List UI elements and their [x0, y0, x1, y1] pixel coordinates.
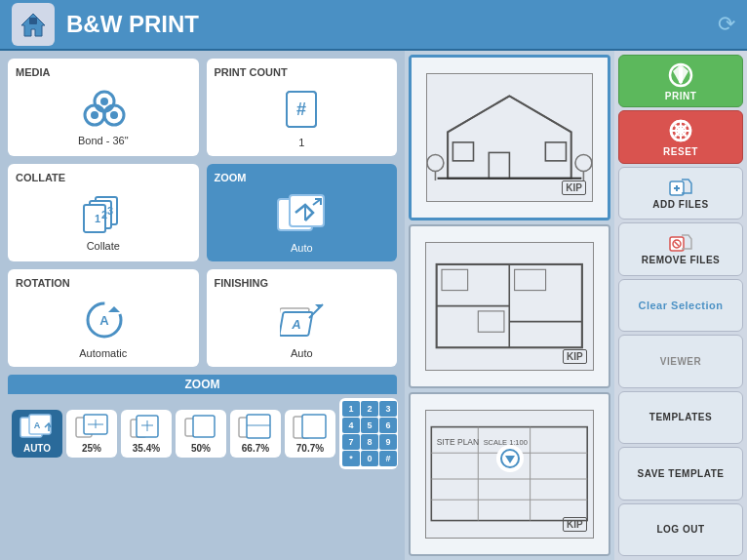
- zoom-keypad: 1 2 3 4 5 6 7 8 9 * 0 #: [339, 398, 398, 469]
- zoom-70[interactable]: 70.7%: [285, 410, 335, 458]
- svg-rect-46: [302, 415, 326, 438]
- svg-line-49: [510, 97, 571, 133]
- zoom-66[interactable]: 66.7%: [230, 410, 281, 458]
- zoom-auto[interactable]: A AUTO: [12, 410, 62, 458]
- refresh-icon[interactable]: ⟳: [718, 12, 735, 37]
- key-0[interactable]: 0: [361, 451, 378, 466]
- key-hash[interactable]: #: [379, 451, 397, 466]
- zoom-icon: [276, 193, 327, 234]
- svg-rect-50: [489, 153, 509, 179]
- media-value: Bond - 36": [78, 135, 129, 146]
- viewer-label: VIEWER: [660, 356, 701, 367]
- svg-rect-79: [679, 67, 683, 83]
- reset-button[interactable]: RESET: [618, 110, 743, 163]
- svg-rect-1: [29, 18, 37, 24]
- collate-card[interactable]: COLLATE 1 2 3 Collate: [8, 164, 199, 261]
- left-panel: MEDIA Bond - 36": [0, 51, 405, 560]
- remove-files-button[interactable]: REMOVE FILES: [618, 222, 743, 275]
- svg-line-48: [448, 97, 509, 133]
- zoom-35[interactable]: 35.4%: [121, 410, 172, 458]
- viewer-button[interactable]: VIEWER: [618, 335, 743, 387]
- print-count-icon: #: [283, 88, 320, 129]
- kip-logo-2: KIP: [563, 349, 587, 364]
- key-5[interactable]: 5: [361, 418, 378, 433]
- print-icon: [667, 61, 694, 89]
- add-files-button[interactable]: ADD FILES: [618, 167, 743, 220]
- svg-rect-43: [247, 415, 270, 438]
- log-out-label: LOG OUT: [656, 524, 704, 535]
- print-count-content: # 1: [215, 84, 390, 148]
- svg-point-7: [100, 98, 108, 105]
- zoom-50[interactable]: 50%: [176, 410, 226, 458]
- zoom-label: ZOOM: [215, 172, 247, 183]
- media-label: MEDIA: [16, 66, 50, 78]
- kip-logo-1: KIP: [562, 180, 586, 195]
- svg-marker-0: [21, 14, 45, 36]
- svg-point-3: [91, 111, 98, 119]
- zoom-card[interactable]: ZOOM Auto: [207, 164, 398, 261]
- svg-text:SITE PLAN: SITE PLAN: [437, 437, 480, 447]
- svg-text:#: #: [296, 100, 306, 119]
- rotation-card[interactable]: ROTATION A Automatic: [8, 269, 199, 367]
- print-count-card[interactable]: PRINT COUNT # 1: [207, 59, 398, 156]
- svg-text:3: 3: [107, 205, 113, 217]
- finishing-card[interactable]: FINISHING A Auto: [207, 269, 398, 367]
- clear-selection-label: Clear Selection: [639, 300, 724, 311]
- nav-arrow[interactable]: [496, 445, 524, 472]
- blueprint-2: KIP: [411, 226, 609, 386]
- preview-thumb-2[interactable]: KIP: [409, 224, 610, 388]
- svg-text:A: A: [99, 313, 109, 328]
- key-6[interactable]: 6: [379, 418, 397, 433]
- preview-nav-area: [496, 445, 524, 472]
- preview-thumb-1[interactable]: KIP: [409, 55, 610, 220]
- header: B&W PRINT ⟳: [0, 0, 747, 51]
- zoom-66-label: 66.7%: [242, 443, 269, 454]
- page-title: B&W PRINT: [66, 11, 718, 38]
- save-template-label: SAVE TEMPLATE: [638, 468, 725, 479]
- add-files-icon: [669, 178, 692, 197]
- right-panel: PRINT RESET ADD FILES: [614, 51, 747, 560]
- collate-content: 1 2 3 Collate: [16, 189, 191, 252]
- key-8[interactable]: 8: [361, 434, 378, 450]
- print-count-value: 1: [298, 137, 304, 148]
- key-7[interactable]: 7: [342, 434, 360, 450]
- templates-label: TEMPLATES: [649, 412, 712, 422]
- rotation-icon: A: [83, 299, 124, 340]
- svg-rect-62: [442, 270, 468, 291]
- templates-button[interactable]: TEMPLATES: [618, 391, 743, 444]
- svg-text:A: A: [34, 420, 41, 430]
- key-2[interactable]: 2: [361, 401, 378, 417]
- key-1[interactable]: 1: [342, 401, 360, 417]
- zoom-50-label: 50%: [191, 443, 211, 454]
- zoom-auto-label: AUTO: [23, 443, 51, 454]
- zoom-25[interactable]: 25%: [66, 410, 117, 458]
- finishing-icon: A: [280, 299, 323, 340]
- print-label: PRINT: [665, 91, 697, 101]
- key-9[interactable]: 9: [379, 434, 397, 450]
- rotation-value: Automatic: [79, 347, 127, 359]
- collate-label: COLLATE: [16, 172, 65, 183]
- options-grid: MEDIA Bond - 36": [8, 59, 397, 367]
- preview-thumb-3[interactable]: SITE PLAN SCALE 1:100 KIP: [409, 392, 610, 556]
- key-4[interactable]: 4: [342, 418, 360, 433]
- svg-rect-41: [193, 416, 215, 437]
- rotation-content: A Automatic: [16, 295, 191, 359]
- collate-icon: 1 2 3: [82, 193, 125, 232]
- blueprint-drawing-3: SITE PLAN SCALE 1:100 KIP: [425, 410, 594, 538]
- finishing-value: Auto: [291, 347, 313, 359]
- svg-point-54: [427, 155, 444, 172]
- reset-label: RESET: [663, 146, 698, 157]
- media-card[interactable]: MEDIA Bond - 36": [8, 59, 199, 156]
- svg-rect-52: [545, 142, 566, 161]
- print-button[interactable]: PRINT: [618, 55, 743, 107]
- home-button[interactable]: [12, 3, 55, 46]
- blueprint-drawing-1: KIP: [426, 73, 593, 201]
- blueprint-1: KIP: [412, 58, 608, 218]
- zoom-content: Auto: [215, 189, 390, 254]
- key-star[interactable]: *: [342, 451, 360, 466]
- key-3[interactable]: 3: [379, 401, 397, 417]
- log-out-button[interactable]: LOG OUT: [618, 503, 743, 556]
- home-icon: [19, 10, 48, 39]
- save-template-button[interactable]: SAVE TEMPLATE: [618, 447, 743, 500]
- clear-selection-button[interactable]: Clear Selection: [618, 279, 743, 332]
